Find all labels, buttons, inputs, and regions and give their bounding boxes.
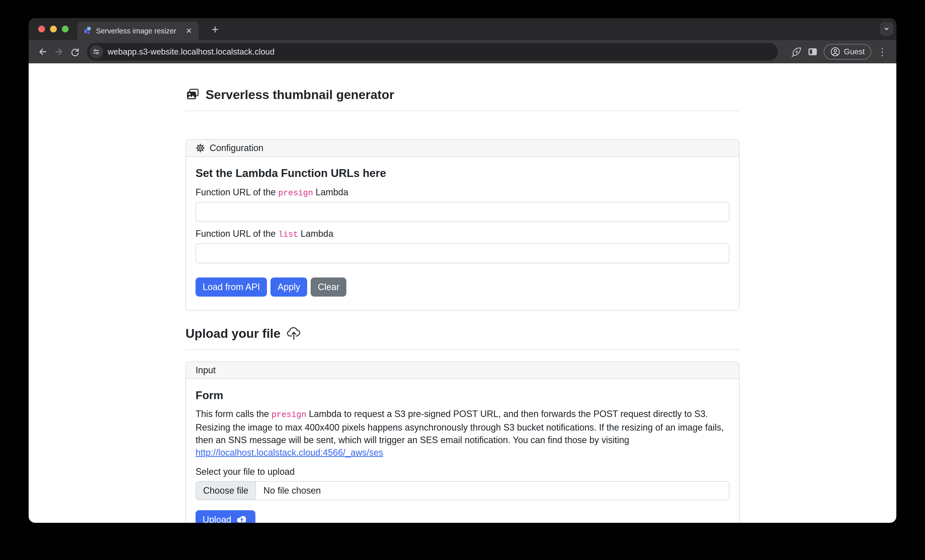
- url-text: webapp.s3-website.localhost.localstack.c…: [108, 47, 274, 57]
- upload-button[interactable]: Upload: [196, 510, 255, 523]
- guest-avatar-icon: [830, 47, 840, 57]
- gear-icon: [196, 143, 205, 153]
- forward-arrow-icon: [53, 46, 64, 57]
- file-input[interactable]: Choose file No file chosen: [196, 481, 729, 500]
- browser-window: Serverless image resizer ✕ +: [29, 18, 896, 523]
- input-card-title: Input: [196, 365, 215, 375]
- configuration-card: Configuration Set the Lambda Function UR…: [185, 139, 740, 311]
- side-panel-button[interactable]: [805, 44, 820, 59]
- input-card: Input Form This form calls the presign L…: [185, 361, 740, 523]
- presign-url-input[interactable]: [196, 202, 729, 222]
- ses-link[interactable]: http://localhost.localstack.cloud:4566/_…: [196, 447, 383, 458]
- tune-icon: [92, 48, 100, 56]
- presign-url-label: Function URL of the presign Lambda: [196, 187, 729, 198]
- tab-favicon-icon: [83, 26, 92, 35]
- tab-strip: Serverless image resizer ✕ +: [29, 18, 896, 40]
- config-buttons: Load from API Apply Clear: [196, 277, 729, 297]
- divider: [185, 111, 740, 111]
- content-container: Serverless thumbnail generator: [185, 63, 740, 523]
- images-icon: [185, 88, 200, 101]
- window-close-button[interactable]: [38, 26, 45, 32]
- file-chosen-status: No file chosen: [256, 482, 729, 500]
- file-select-label: Select your file to upload: [196, 467, 729, 477]
- desktop-background: Serverless image resizer ✕ +: [0, 0, 925, 560]
- chevron-down-icon: [883, 25, 890, 33]
- back-arrow-icon: [37, 46, 48, 57]
- apply-button[interactable]: Apply: [270, 277, 307, 297]
- browser-menu-button[interactable]: ⋮: [875, 44, 890, 59]
- divider: [185, 349, 740, 350]
- browser-tab[interactable]: Serverless image resizer ✕: [77, 22, 199, 40]
- list-url-label: Function URL of the list Lambda: [196, 229, 729, 239]
- window-controls: [38, 26, 69, 32]
- presign-code: presign: [278, 188, 313, 198]
- address-bar[interactable]: webapp.s3-website.localhost.localstack.c…: [87, 43, 778, 60]
- form-heading: Form: [196, 389, 729, 402]
- form-description: This form calls the presign Lambda to re…: [196, 408, 729, 459]
- site-settings-button[interactable]: [89, 45, 103, 59]
- list-code: list: [278, 230, 298, 239]
- cloud-upload-fill-icon: [235, 514, 249, 523]
- reload-icon: [69, 46, 80, 57]
- tab-title: Serverless image resizer: [96, 27, 181, 35]
- window-minimize-button[interactable]: [50, 26, 57, 32]
- cloud-upload-icon: [286, 327, 301, 340]
- profile-button[interactable]: Guest: [824, 44, 871, 60]
- window-zoom-button[interactable]: [62, 26, 69, 32]
- configuration-card-title: Configuration: [209, 143, 264, 153]
- configuration-card-header: Configuration: [186, 140, 739, 157]
- presign-code: presign: [271, 410, 306, 420]
- clear-button[interactable]: Clear: [311, 277, 346, 297]
- tab-close-icon[interactable]: ✕: [185, 27, 193, 35]
- forward-button[interactable]: [51, 44, 66, 59]
- configuration-card-body: Set the Lambda Function URLs here Functi…: [186, 157, 739, 310]
- input-card-header: Input: [186, 362, 739, 379]
- back-button[interactable]: [35, 44, 50, 59]
- input-card-body: Form This form calls the presign Lambda …: [186, 379, 739, 523]
- profile-label: Guest: [844, 47, 865, 56]
- tab-search-button[interactable]: [880, 22, 893, 36]
- new-tab-button[interactable]: +: [208, 22, 222, 36]
- list-url-input[interactable]: [196, 243, 729, 263]
- load-from-api-button[interactable]: Load from API: [196, 277, 267, 297]
- reload-button[interactable]: [67, 44, 83, 59]
- page-title: Serverless thumbnail generator: [185, 87, 740, 102]
- browser-toolbar: webapp.s3-website.localhost.localstack.c…: [29, 40, 896, 63]
- leaf-energy-icon: [791, 46, 802, 57]
- upload-section-title: Upload your file: [185, 326, 740, 341]
- web-page: Serverless thumbnail generator: [29, 63, 896, 523]
- performance-button[interactable]: [789, 44, 804, 59]
- choose-file-button[interactable]: Choose file: [196, 482, 256, 500]
- side-panel-icon: [807, 46, 818, 57]
- config-heading: Set the Lambda Function URLs here: [196, 167, 729, 179]
